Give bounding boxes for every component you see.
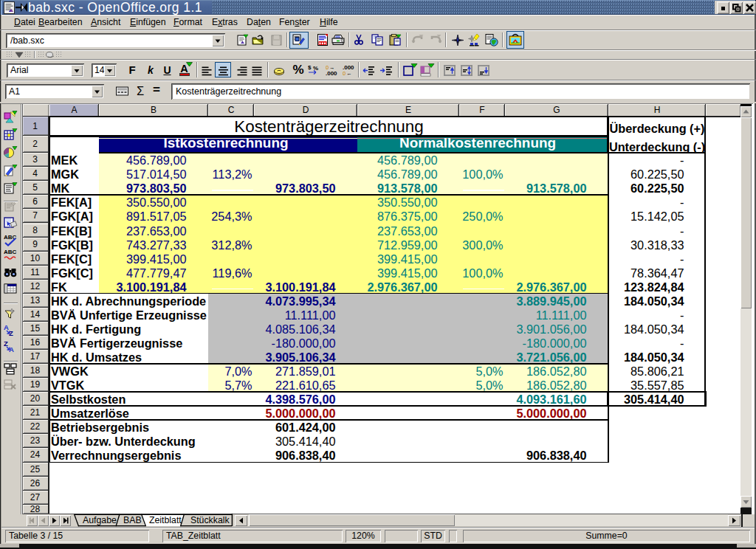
svg-text:ABC: ABC <box>4 249 17 255</box>
svg-text:A: A <box>4 323 9 331</box>
svg-text:Z: Z <box>4 339 8 348</box>
svg-text:.000: .000 <box>326 70 337 76</box>
svg-text:BAB: BAB <box>123 515 142 525</box>
svg-text:←: ← <box>346 70 352 76</box>
svg-text:Zeitblatt: Zeitblatt <box>149 515 182 525</box>
svg-text:Stückkalk: Stückkalk <box>190 515 230 525</box>
svg-text:Aufgabe: Aufgabe <box>83 515 117 525</box>
svg-text:0: 0 <box>343 70 346 76</box>
svg-text:$: $ <box>308 64 312 71</box>
